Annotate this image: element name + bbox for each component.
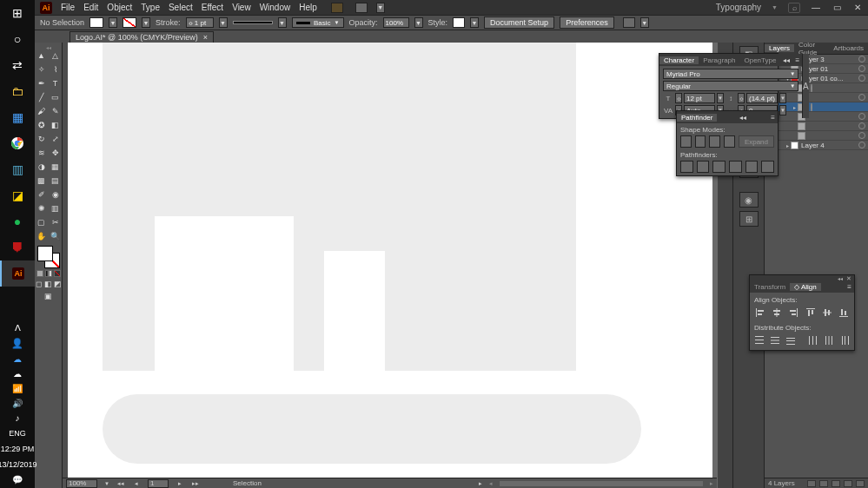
document-tab-close[interactable]: ×	[203, 33, 208, 42]
outline-button[interactable]	[745, 161, 759, 173]
tab-align[interactable]: ◇ Align	[790, 283, 821, 291]
preferences-button[interactable]: Preferences	[560, 16, 614, 29]
unite-button[interactable]	[680, 135, 692, 148]
distribute-right-button[interactable]	[839, 334, 850, 346]
panel-collapse-icon[interactable]: ◂◂	[780, 56, 792, 64]
search-icon[interactable]: ⌕	[788, 3, 800, 13]
notifications-icon[interactable]: 💬	[12, 475, 23, 485]
leading-menu[interactable]: ▼	[779, 93, 786, 103]
app-icon-2[interactable]: ◪	[0, 182, 35, 208]
distribute-vcenter-button[interactable]	[770, 334, 780, 346]
distribute-bottom-button[interactable]	[785, 334, 796, 346]
align-top-button[interactable]	[805, 307, 816, 319]
horizontal-scrollbar[interactable]	[500, 481, 703, 486]
zoom-level-input[interactable]: 100%	[66, 479, 97, 488]
panel-menu-icon[interactable]: ≡	[792, 56, 802, 64]
clock-time[interactable]: 12:29 PM	[1, 444, 35, 454]
tab-opentype[interactable]: OpenType	[739, 56, 780, 64]
crop-button[interactable]	[729, 161, 742, 173]
artboard-nav-prev[interactable]: ◂	[132, 479, 141, 488]
fill-stroke-swatch[interactable]	[37, 246, 60, 268]
stroke-profile[interactable]	[233, 21, 273, 24]
opacity-menu[interactable]: ▼	[414, 17, 423, 28]
pencil-tool[interactable]: ✎	[50, 105, 62, 117]
people-icon[interactable]: 👤	[11, 338, 23, 349]
mcafee-icon[interactable]: ⛊	[0, 234, 35, 260]
target-icon[interactable]	[858, 65, 865, 72]
expand-button[interactable]: Expand	[739, 135, 774, 148]
arrange-docs-menu[interactable]: ▼	[376, 3, 385, 13]
distribute-left-button[interactable]	[808, 334, 818, 346]
align-close-icon[interactable]: ✕	[846, 275, 851, 280]
document-setup-button[interactable]: Document Setup	[484, 16, 554, 29]
align-to-icon[interactable]	[623, 17, 635, 28]
slice-tool[interactable]: ✂	[50, 216, 62, 228]
stroke-swatch[interactable]	[123, 17, 136, 28]
minus-front-button[interactable]	[695, 135, 706, 148]
fill-menu[interactable]: ▼	[109, 17, 117, 28]
target-icon[interactable]	[811, 84, 812, 92]
target-icon[interactable]	[858, 56, 865, 63]
align-right-button[interactable]	[788, 307, 799, 319]
free-transform-tool[interactable]: ✥	[50, 147, 62, 159]
window-maximize[interactable]: ▭	[832, 3, 842, 13]
gradient-mode-icon[interactable]	[45, 270, 52, 277]
divide-button[interactable]	[680, 161, 693, 173]
pathfinder-collapse-icon[interactable]: ◂◂	[737, 114, 749, 122]
align-collapse-icon[interactable]: ◂◂	[838, 275, 843, 280]
align-hcenter-button[interactable]	[771, 307, 782, 319]
fill-swatch[interactable]	[89, 17, 103, 28]
tray-overflow-icon[interactable]: ᐱ	[15, 323, 21, 333]
blend-tool[interactable]: ◉	[50, 188, 62, 201]
new-sublayer-icon[interactable]	[832, 480, 840, 487]
delete-layer-icon[interactable]	[856, 480, 865, 487]
draw-normal-icon[interactable]: ◻	[35, 280, 43, 287]
tab-pathfinder[interactable]: Pathfinder	[677, 114, 717, 122]
magic-wand-tool[interactable]: ✧	[36, 63, 48, 76]
stroke-weight-menu[interactable]: ▼	[219, 17, 228, 28]
dock-appearance-icon[interactable]: ◉	[739, 192, 759, 208]
target-icon[interactable]	[858, 142, 865, 148]
wifi-icon[interactable]: 📶	[12, 384, 23, 393]
language-indicator[interactable]: ENG	[9, 428, 26, 439]
line-tool[interactable]: ╱	[36, 91, 48, 103]
target-icon[interactable]	[858, 122, 865, 129]
tab-layers[interactable]: Layers	[765, 44, 794, 52]
selection-tool[interactable]: ▲	[36, 49, 48, 62]
locate-object-icon[interactable]	[807, 480, 816, 487]
layer-row[interactable]: 👁▸Layer 4	[765, 141, 868, 150]
paintbrush-tool[interactable]: 🖌	[36, 105, 48, 117]
perspective-grid-tool[interactable]: ▦	[50, 161, 62, 173]
font-family-select[interactable]: Myriad Pro▼	[663, 69, 798, 79]
menu-help[interactable]: Help	[299, 3, 317, 12]
lasso-tool[interactable]: ⌇	[50, 63, 62, 76]
align-left-button[interactable]	[754, 307, 765, 319]
shape-builder-tool[interactable]: ◑	[36, 161, 48, 173]
align-to-menu[interactable]: ▼	[640, 17, 649, 28]
volume-icon[interactable]: 🔊	[12, 399, 23, 408]
leading-input[interactable]: (14.4 pt)	[746, 93, 778, 103]
explorer-icon[interactable]: 🗀	[0, 78, 35, 104]
menu-file[interactable]: File	[61, 3, 75, 12]
menu-effect[interactable]: Effect	[202, 3, 223, 12]
font-size-stepper[interactable]: ≎	[675, 93, 682, 103]
color-mode-icon[interactable]	[36, 270, 43, 277]
mesh-tool[interactable]: ▩	[36, 175, 48, 187]
font-size-input[interactable]: 12 pt	[684, 93, 715, 103]
target-icon[interactable]	[858, 132, 865, 139]
style-menu[interactable]: ▼	[470, 17, 479, 28]
tab-artboards[interactable]: Artboards	[829, 44, 868, 52]
pen-tool[interactable]: ✒	[36, 77, 48, 89]
leading-stepper[interactable]: ≎	[738, 93, 745, 103]
trim-button[interactable]	[697, 161, 710, 173]
canvas[interactable]: 100% ▼ ◂◂ ◂ 1 ▸ ▸▸ Selection ▸ ◂ ▸	[63, 43, 717, 488]
width-tool[interactable]: ≋	[36, 147, 48, 159]
window-minimize[interactable]: —	[811, 3, 821, 13]
font-weight-select[interactable]: Regular▼	[663, 81, 798, 91]
align-vcenter-button[interactable]	[821, 307, 832, 319]
brush-definition[interactable]: Basic▼	[292, 17, 344, 28]
draw-behind-icon[interactable]: ◧	[44, 280, 52, 287]
menu-select[interactable]: Select	[169, 3, 193, 12]
cortana-icon[interactable]: ○	[0, 26, 35, 52]
screen-mode-icon[interactable]: ▣	[43, 290, 55, 302]
